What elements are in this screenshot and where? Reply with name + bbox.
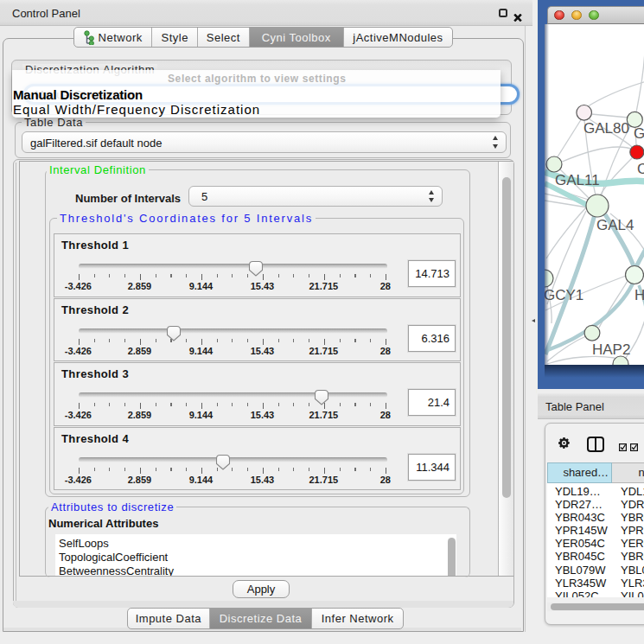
svg-text:GA: GA [634,125,644,142]
svg-text:GCY1: GCY1 [545,287,583,303]
svg-text:GAL11: GAL11 [555,172,600,188]
svg-text:C: C [637,161,644,177]
svg-text:GAL4: GAL4 [596,217,634,233]
svg-text:GAL80: GAL80 [583,120,629,137]
svg-text:HAP2: HAP2 [592,341,630,358]
svg-text:HAP4: HAP4 [634,287,644,303]
